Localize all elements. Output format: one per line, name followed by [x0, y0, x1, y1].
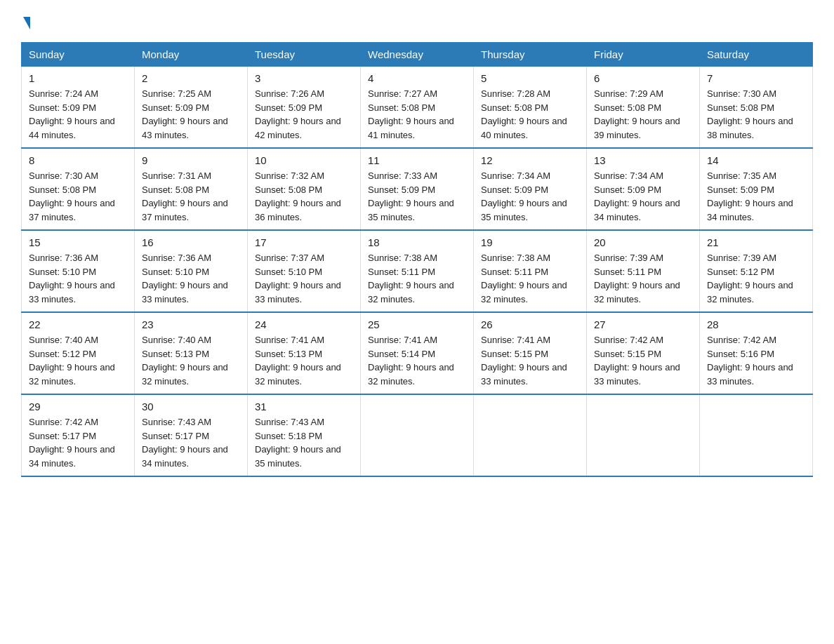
day-info: Sunrise: 7:42 AMSunset: 5:16 PMDaylight:… [707, 333, 805, 388]
day-number: 15 [29, 236, 127, 248]
calendar-week-row: 8 Sunrise: 7:30 AMSunset: 5:08 PMDayligh… [22, 148, 813, 230]
calendar-week-row: 15 Sunrise: 7:36 AMSunset: 5:10 PMDaylig… [22, 230, 813, 312]
day-info: Sunrise: 7:30 AMSunset: 5:08 PMDaylight:… [29, 169, 127, 224]
day-number: 30 [142, 401, 240, 412]
day-info: Sunrise: 7:25 AMSunset: 5:09 PMDaylight:… [142, 87, 240, 142]
calendar-cell: 10 Sunrise: 7:32 AMSunset: 5:08 PMDaylig… [248, 148, 361, 230]
day-number: 21 [707, 236, 805, 248]
header-tuesday: Tuesday [248, 43, 361, 67]
calendar-cell: 29 Sunrise: 7:42 AMSunset: 5:17 PMDaylig… [22, 394, 135, 476]
calendar-cell: 7 Sunrise: 7:30 AMSunset: 5:08 PMDayligh… [700, 67, 813, 149]
calendar-cell: 24 Sunrise: 7:41 AMSunset: 5:13 PMDaylig… [248, 312, 361, 394]
calendar-cell: 6 Sunrise: 7:29 AMSunset: 5:08 PMDayligh… [587, 67, 700, 149]
calendar-cell: 1 Sunrise: 7:24 AMSunset: 5:09 PMDayligh… [22, 67, 135, 149]
calendar-cell: 9 Sunrise: 7:31 AMSunset: 5:08 PMDayligh… [135, 148, 248, 230]
calendar-header-row: SundayMondayTuesdayWednesdayThursdayFrid… [22, 43, 813, 67]
day-info: Sunrise: 7:31 AMSunset: 5:08 PMDaylight:… [142, 169, 240, 224]
calendar-cell: 18 Sunrise: 7:38 AMSunset: 5:11 PMDaylig… [361, 230, 474, 312]
calendar-cell: 14 Sunrise: 7:35 AMSunset: 5:09 PMDaylig… [700, 148, 813, 230]
day-info: Sunrise: 7:39 AMSunset: 5:12 PMDaylight:… [707, 251, 805, 306]
calendar-week-row: 29 Sunrise: 7:42 AMSunset: 5:17 PMDaylig… [22, 394, 813, 476]
day-info: Sunrise: 7:32 AMSunset: 5:08 PMDaylight:… [255, 169, 353, 224]
day-info: Sunrise: 7:26 AMSunset: 5:09 PMDaylight:… [255, 87, 353, 142]
calendar-cell: 20 Sunrise: 7:39 AMSunset: 5:11 PMDaylig… [587, 230, 700, 312]
day-info: Sunrise: 7:33 AMSunset: 5:09 PMDaylight:… [368, 169, 466, 224]
day-info: Sunrise: 7:36 AMSunset: 5:10 PMDaylight:… [29, 251, 127, 306]
calendar-cell: 28 Sunrise: 7:42 AMSunset: 5:16 PMDaylig… [700, 312, 813, 394]
calendar-cell: 11 Sunrise: 7:33 AMSunset: 5:09 PMDaylig… [361, 148, 474, 230]
day-info: Sunrise: 7:34 AMSunset: 5:09 PMDaylight:… [481, 169, 579, 224]
day-number: 22 [29, 318, 127, 330]
day-info: Sunrise: 7:43 AMSunset: 5:18 PMDaylight:… [255, 415, 353, 470]
day-info: Sunrise: 7:38 AMSunset: 5:11 PMDaylight:… [481, 251, 579, 306]
day-number: 18 [368, 236, 466, 248]
day-number: 8 [29, 154, 127, 166]
calendar-cell: 27 Sunrise: 7:42 AMSunset: 5:15 PMDaylig… [587, 312, 700, 394]
calendar-cell: 19 Sunrise: 7:38 AMSunset: 5:11 PMDaylig… [474, 230, 587, 312]
day-number: 9 [142, 154, 240, 166]
day-info: Sunrise: 7:35 AMSunset: 5:09 PMDaylight:… [707, 169, 805, 224]
day-info: Sunrise: 7:24 AMSunset: 5:09 PMDaylight:… [29, 87, 127, 142]
day-number: 2 [142, 72, 240, 84]
day-number: 31 [255, 401, 353, 412]
header-wednesday: Wednesday [361, 43, 474, 67]
day-number: 24 [255, 318, 353, 330]
calendar-week-row: 22 Sunrise: 7:40 AMSunset: 5:12 PMDaylig… [22, 312, 813, 394]
day-number: 29 [29, 401, 127, 412]
calendar-cell: 15 Sunrise: 7:36 AMSunset: 5:10 PMDaylig… [22, 230, 135, 312]
day-info: Sunrise: 7:27 AMSunset: 5:08 PMDaylight:… [368, 87, 466, 142]
day-info: Sunrise: 7:41 AMSunset: 5:14 PMDaylight:… [368, 333, 466, 388]
page-header [21, 14, 813, 29]
calendar-cell: 2 Sunrise: 7:25 AMSunset: 5:09 PMDayligh… [135, 67, 248, 149]
day-info: Sunrise: 7:30 AMSunset: 5:08 PMDaylight:… [707, 87, 805, 142]
day-info: Sunrise: 7:42 AMSunset: 5:15 PMDaylight:… [594, 333, 692, 388]
calendar-table: SundayMondayTuesdayWednesdayThursdayFrid… [21, 42, 813, 477]
logo-arrow-icon [23, 17, 30, 29]
calendar-cell: 5 Sunrise: 7:28 AMSunset: 5:08 PMDayligh… [474, 67, 587, 149]
calendar-week-row: 1 Sunrise: 7:24 AMSunset: 5:09 PMDayligh… [22, 67, 813, 149]
day-info: Sunrise: 7:36 AMSunset: 5:10 PMDaylight:… [142, 251, 240, 306]
calendar-cell: 31 Sunrise: 7:43 AMSunset: 5:18 PMDaylig… [248, 394, 361, 476]
day-number: 11 [368, 154, 466, 166]
day-number: 20 [594, 236, 692, 248]
calendar-cell [474, 394, 587, 476]
day-number: 1 [29, 72, 127, 84]
calendar-cell: 4 Sunrise: 7:27 AMSunset: 5:08 PMDayligh… [361, 67, 474, 149]
day-info: Sunrise: 7:40 AMSunset: 5:12 PMDaylight:… [29, 333, 127, 388]
day-info: Sunrise: 7:34 AMSunset: 5:09 PMDaylight:… [594, 169, 692, 224]
day-number: 6 [594, 72, 692, 84]
calendar-cell: 3 Sunrise: 7:26 AMSunset: 5:09 PMDayligh… [248, 67, 361, 149]
calendar-cell: 30 Sunrise: 7:43 AMSunset: 5:17 PMDaylig… [135, 394, 248, 476]
day-number: 19 [481, 236, 579, 248]
calendar-cell: 12 Sunrise: 7:34 AMSunset: 5:09 PMDaylig… [474, 148, 587, 230]
day-number: 23 [142, 318, 240, 330]
calendar-cell: 23 Sunrise: 7:40 AMSunset: 5:13 PMDaylig… [135, 312, 248, 394]
day-number: 7 [707, 72, 805, 84]
calendar-cell [700, 394, 813, 476]
calendar-cell: 13 Sunrise: 7:34 AMSunset: 5:09 PMDaylig… [587, 148, 700, 230]
calendar-cell: 8 Sunrise: 7:30 AMSunset: 5:08 PMDayligh… [22, 148, 135, 230]
day-info: Sunrise: 7:37 AMSunset: 5:10 PMDaylight:… [255, 251, 353, 306]
day-info: Sunrise: 7:38 AMSunset: 5:11 PMDaylight:… [368, 251, 466, 306]
day-number: 16 [142, 236, 240, 248]
day-number: 3 [255, 72, 353, 84]
day-number: 28 [707, 318, 805, 330]
header-saturday: Saturday [700, 43, 813, 67]
logo [21, 14, 30, 29]
day-number: 10 [255, 154, 353, 166]
calendar-cell: 22 Sunrise: 7:40 AMSunset: 5:12 PMDaylig… [22, 312, 135, 394]
calendar-cell: 21 Sunrise: 7:39 AMSunset: 5:12 PMDaylig… [700, 230, 813, 312]
day-info: Sunrise: 7:42 AMSunset: 5:17 PMDaylight:… [29, 415, 127, 470]
day-number: 5 [481, 72, 579, 84]
day-info: Sunrise: 7:40 AMSunset: 5:13 PMDaylight:… [142, 333, 240, 388]
day-number: 27 [594, 318, 692, 330]
day-info: Sunrise: 7:29 AMSunset: 5:08 PMDaylight:… [594, 87, 692, 142]
day-info: Sunrise: 7:39 AMSunset: 5:11 PMDaylight:… [594, 251, 692, 306]
calendar-cell [361, 394, 474, 476]
day-number: 25 [368, 318, 466, 330]
header-monday: Monday [135, 43, 248, 67]
header-sunday: Sunday [22, 43, 135, 67]
day-info: Sunrise: 7:41 AMSunset: 5:13 PMDaylight:… [255, 333, 353, 388]
day-number: 17 [255, 236, 353, 248]
calendar-cell: 16 Sunrise: 7:36 AMSunset: 5:10 PMDaylig… [135, 230, 248, 312]
